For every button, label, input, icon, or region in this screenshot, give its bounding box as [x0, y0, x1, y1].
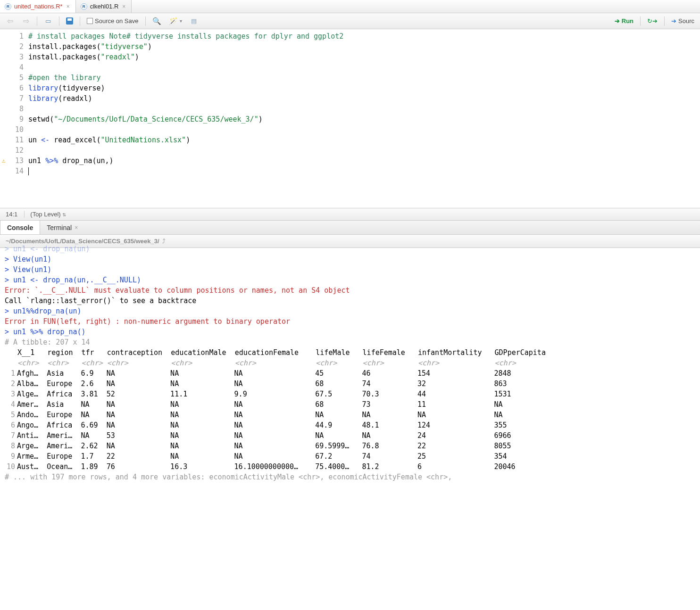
console-tab-label: Console — [7, 224, 33, 231]
table-row: 2Alba… Europe 2.6 NA NA NA 68 74 32 863 — [5, 379, 695, 389]
nav-fwd-button[interactable]: ⇨ — [20, 16, 32, 26]
code-tools-button[interactable]: 🪄▾ — [167, 16, 184, 26]
close-icon[interactable]: × — [66, 3, 71, 10]
code-line[interactable]: setwd("~/Documents/UofL/Data_Science/CEC… — [28, 114, 700, 124]
table-row: 10Aust… Ocean… 1.89 76 16.3 16.100000000… — [5, 462, 695, 472]
tab-filename: united_nations.R* — [14, 3, 63, 10]
separator — [145, 16, 146, 26]
editor-tab[interactable]: Runited_nations.R*× — [0, 0, 76, 13]
console-output[interactable]: > un1 <- drop_na(un)> View(un1)> View(un… — [0, 248, 700, 487]
table-row: 9Arme… Europe 1.7 22 NA NA 67.2 74 25 35… — [5, 451, 695, 462]
editor-status-bar: 14:1 (Top Level) ⇅ — [0, 208, 700, 221]
code-line[interactable]: #open the library — [28, 73, 700, 83]
table-row: 3Alge… Africa 3.81 52 11.1 9.9 67.5 70.3… — [5, 389, 695, 399]
code-line[interactable]: install.packages("readxl") — [28, 52, 700, 62]
run-button[interactable]: ➔Run — [613, 16, 635, 25]
console-tabs: ConsoleTerminal× — [0, 221, 700, 235]
console-line: <chr> <chr> <chr> <chr> <chr> <chr> <chr… — [5, 358, 695, 368]
code-line[interactable]: library(readxl) — [28, 93, 700, 104]
console-line: > View(un1) — [5, 254, 695, 264]
source-on-save-toggle[interactable]: Source on Save — [85, 16, 141, 25]
separator — [640, 16, 641, 26]
cursor-position: 14:1 — [6, 211, 17, 218]
run-label: Run — [622, 17, 633, 25]
magnifier-icon: 🔍 — [152, 17, 161, 25]
code-line[interactable]: un <- read_excel("UnitedNations.xlsx") — [28, 135, 700, 145]
code-line[interactable]: un1 %>% drop_na(un,) — [28, 156, 700, 166]
code-line[interactable] — [28, 104, 700, 114]
console-line: > un1 <- drop_na(un,.__C__.NULL) — [5, 275, 695, 285]
code-area[interactable]: # install packages Note# tidyverse insta… — [28, 29, 700, 178]
console-line: Call `rlang::last_error()` to see a back… — [5, 296, 695, 306]
console-tab-label: Terminal — [47, 224, 72, 231]
wand-icon: 🪄 — [169, 17, 178, 25]
code-line[interactable]: library(tidyverse) — [28, 83, 700, 93]
rerun-button[interactable]: ↻➔ — [645, 16, 659, 25]
code-line[interactable] — [28, 145, 700, 156]
code-line[interactable] — [28, 62, 700, 73]
console-tab[interactable]: Console — [0, 221, 40, 234]
code-line[interactable]: # install packages Note# tidyverse insta… — [28, 31, 700, 41]
source-label: Sourc — [678, 17, 694, 25]
source-button[interactable]: ➔ Sourc — [669, 16, 696, 25]
table-row: 4Amer… Asia NA NA NA NA 68 73 11 NA — [5, 399, 695, 410]
console-line: > View(un1) — [5, 264, 695, 275]
separator — [664, 16, 665, 26]
console-line: > un1 <- drop_na(un) — [5, 244, 695, 254]
source-on-save-label: Source on Save — [95, 17, 139, 25]
tab-filename: clkehl01.R — [90, 3, 119, 10]
console-tab[interactable]: Terminal× — [40, 221, 84, 234]
table-row: 6Ango… Africa 6.69 NA NA NA 44.9 48.1 12… — [5, 420, 695, 430]
scope-label: (Top Level) — [30, 211, 60, 218]
table-row: 8Arge… Ameri… 2.62 NA NA NA 69.5999… 76.… — [5, 441, 695, 451]
table-row: 5Ando… Europe NA NA NA NA NA NA NA NA — [5, 410, 695, 420]
scope-selector[interactable]: (Top Level) ⇅ — [24, 211, 66, 218]
table-row: 7Anti… Ameri… NA 53 NA NA NA NA 24 6966 — [5, 430, 695, 441]
r-file-icon: R — [5, 3, 11, 10]
code-line[interactable] — [28, 166, 700, 176]
line-gutter: 1234567891011121314 — [0, 29, 28, 178]
caret-icon: ⇅ — [62, 212, 66, 217]
separator — [37, 16, 37, 26]
source-editor[interactable]: 1234567891011121314 # install packages N… — [0, 29, 700, 208]
console-line: Error: `.__C__.NULL` must evaluate to co… — [5, 285, 695, 296]
editor-tabs: Runited_nations.R*×Rclkehl01.R× — [0, 0, 700, 13]
save-button[interactable] — [64, 16, 75, 25]
table-row: 1Afgh… Asia 6.9 NA NA NA 45 46 154 2848 — [5, 368, 695, 379]
code-line[interactable] — [28, 124, 700, 135]
code-line[interactable]: install.packages("tidyverse") — [28, 41, 700, 52]
open-in-window-button[interactable]: ▭ — [42, 16, 54, 26]
console-line: # ... with 197 more rows, and 4 more var… — [5, 472, 695, 482]
disk-icon — [66, 17, 73, 25]
report-button[interactable]: ▤ — [188, 16, 200, 26]
separator — [59, 16, 59, 26]
close-icon[interactable]: × — [121, 3, 126, 10]
console-line: # A tibble: 207 x 14 — [5, 337, 695, 347]
close-icon[interactable]: × — [75, 224, 78, 231]
notebook-icon: ▤ — [190, 17, 198, 25]
console-line: X__1 region tfr contraception educationM… — [5, 347, 695, 358]
separator — [80, 16, 80, 26]
console-line: Error in FUN(left, right) : non-numeric … — [5, 316, 695, 327]
console-line: > un1%%drop_na(un) — [5, 306, 695, 316]
checkbox-icon — [87, 18, 93, 24]
nav-back-button[interactable]: ⇦ — [4, 16, 16, 26]
find-button[interactable]: 🔍 — [150, 16, 163, 26]
editor-toolbar: ⇦ ⇨ ▭ Source on Save 🔍 🪄▾ ▤ ➔Run ↻➔ ➔ So… — [0, 13, 700, 29]
r-file-icon: R — [81, 3, 87, 10]
console-line: > un1 %>% drop_na() — [5, 327, 695, 337]
editor-tab[interactable]: Rclkehl01.R× — [76, 0, 132, 13]
